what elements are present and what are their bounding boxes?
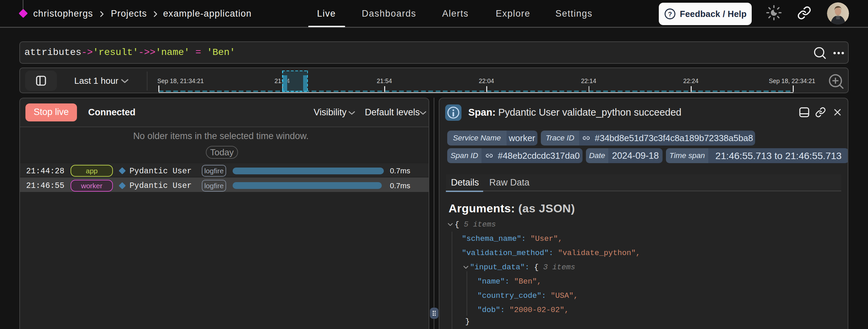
svg-text:?: ? — [668, 11, 672, 18]
